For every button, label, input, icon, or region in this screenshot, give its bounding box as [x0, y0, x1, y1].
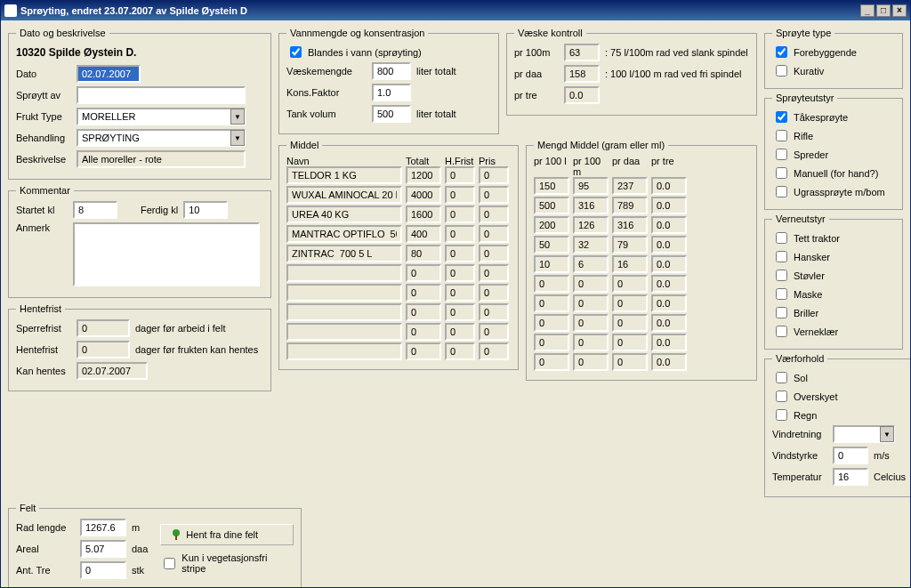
middel-navn[interactable] — [286, 205, 402, 223]
mengd-pr100l[interactable] — [534, 294, 569, 312]
middel-navn[interactable] — [286, 264, 402, 282]
behandling-select[interactable] — [77, 129, 246, 147]
sproyteutstyr-checkbox[interactable] — [776, 130, 787, 141]
konsfaktor-input[interactable] — [372, 84, 411, 101]
anttre-input[interactable] — [80, 561, 126, 579]
middel-navn[interactable] — [286, 342, 402, 360]
sproyteutstyr-checkbox[interactable] — [776, 186, 787, 197]
middel-hfrist[interactable] — [445, 284, 475, 302]
minimize-button[interactable]: _ — [860, 4, 875, 17]
sproyteutstyr-checkbox[interactable] — [776, 149, 787, 160]
mengd-pr100l[interactable] — [534, 314, 569, 332]
middel-hfrist[interactable] — [445, 264, 475, 282]
mengd-pr100m[interactable] — [573, 255, 609, 273]
mengd-pr100l[interactable] — [534, 177, 569, 195]
forebyggende-checkbox[interactable] — [776, 46, 787, 58]
mengd-pr100l[interactable] — [534, 255, 569, 273]
mengd-prtre[interactable] — [651, 334, 687, 351]
middel-totalt[interactable] — [406, 186, 441, 204]
mengd-pr100l[interactable] — [534, 216, 569, 234]
tankvolum-input[interactable] — [372, 105, 411, 123]
anmerk-textarea[interactable] — [73, 222, 260, 286]
mengd-pr100m[interactable] — [573, 334, 609, 351]
kurativ-checkbox[interactable] — [776, 65, 787, 77]
hentefrist-input[interactable] — [77, 341, 130, 358]
ferdig-input[interactable] — [183, 201, 228, 219]
mengd-pr100m[interactable] — [573, 275, 609, 293]
middel-totalt[interactable] — [406, 342, 441, 360]
mengd-prdaa[interactable] — [612, 275, 648, 293]
middel-pris[interactable] — [479, 205, 509, 223]
sproyteutstyr-checkbox[interactable] — [776, 167, 787, 179]
middel-pris[interactable] — [479, 245, 509, 262]
vaer-checkbox[interactable] — [776, 372, 787, 383]
mengd-prdaa[interactable] — [612, 353, 648, 371]
verneutstyr-checkbox[interactable] — [776, 326, 787, 337]
mengd-prtre[interactable] — [651, 197, 687, 214]
middel-pris[interactable] — [479, 284, 509, 302]
middel-pris[interactable] — [479, 264, 509, 282]
mengd-prdaa[interactable] — [612, 216, 648, 234]
mengd-prdaa[interactable] — [612, 197, 648, 214]
middel-pris[interactable] — [479, 303, 509, 321]
middel-hfrist[interactable] — [445, 186, 475, 204]
middel-hfrist[interactable] — [445, 323, 475, 341]
verneutstyr-checkbox[interactable] — [776, 270, 787, 281]
mengd-prdaa[interactable] — [612, 334, 648, 351]
middel-totalt[interactable] — [406, 205, 441, 223]
middel-pris[interactable] — [479, 166, 509, 184]
mengd-pr100m[interactable] — [573, 236, 609, 254]
temperatur-input[interactable] — [833, 468, 868, 486]
mengd-prtre[interactable] — [651, 255, 687, 273]
middel-totalt[interactable] — [406, 264, 441, 282]
vindretning-select[interactable] — [833, 425, 895, 443]
dato-input[interactable] — [77, 65, 141, 83]
vaer-checkbox[interactable] — [776, 409, 787, 421]
kun-vegetasjon-checkbox[interactable] — [164, 558, 175, 569]
middel-totalt[interactable] — [406, 323, 441, 341]
mengd-prdaa[interactable] — [612, 177, 648, 195]
mengd-pr100m[interactable] — [573, 294, 609, 312]
blandes-checkbox[interactable] — [290, 46, 302, 58]
middel-hfrist[interactable] — [445, 342, 475, 360]
middel-hfrist[interactable] — [445, 303, 475, 321]
middel-pris[interactable] — [479, 342, 509, 360]
mengd-prtre[interactable] — [651, 353, 687, 371]
mengd-prdaa[interactable] — [612, 314, 648, 332]
middel-totalt[interactable] — [406, 303, 441, 321]
verneutstyr-checkbox[interactable] — [776, 251, 787, 262]
verneutstyr-checkbox[interactable] — [776, 232, 787, 244]
middel-navn[interactable] — [286, 186, 402, 204]
mengd-pr100l[interactable] — [534, 334, 569, 351]
mengd-prtre[interactable] — [651, 236, 687, 254]
mengd-pr100m[interactable] — [573, 314, 609, 332]
frukt-select[interactable] — [77, 108, 246, 125]
sproyteutstyr-checkbox[interactable] — [776, 111, 787, 123]
maximize-button[interactable]: □ — [876, 4, 891, 17]
sperrefrist-input[interactable] — [77, 319, 130, 337]
vaer-checkbox[interactable] — [776, 391, 787, 402]
middel-totalt[interactable] — [406, 225, 441, 243]
middel-navn[interactable] — [286, 303, 402, 321]
vaeskemengde-input[interactable] — [372, 62, 411, 80]
middel-hfrist[interactable] — [445, 225, 475, 243]
middel-pris[interactable] — [479, 225, 509, 243]
middel-navn[interactable] — [286, 245, 402, 262]
mengd-pr100l[interactable] — [534, 197, 569, 214]
mengd-prdaa[interactable] — [612, 294, 648, 312]
middel-totalt[interactable] — [406, 284, 441, 302]
startet-input[interactable] — [73, 201, 117, 219]
mengd-pr100m[interactable] — [573, 177, 609, 195]
middel-hfrist[interactable] — [445, 166, 475, 184]
mengd-prtre[interactable] — [651, 275, 687, 293]
mengd-pr100l[interactable] — [534, 236, 569, 254]
vindstyrke-input[interactable] — [833, 447, 868, 464]
close-button[interactable]: × — [892, 4, 907, 17]
middel-navn[interactable] — [286, 284, 402, 302]
middel-pris[interactable] — [479, 186, 509, 204]
sproytt-input[interactable] — [77, 86, 246, 104]
middel-navn[interactable] — [286, 323, 402, 341]
mengd-prdaa[interactable] — [612, 236, 648, 254]
kanhentes-input[interactable] — [77, 362, 148, 380]
mengd-prtre[interactable] — [651, 177, 687, 195]
